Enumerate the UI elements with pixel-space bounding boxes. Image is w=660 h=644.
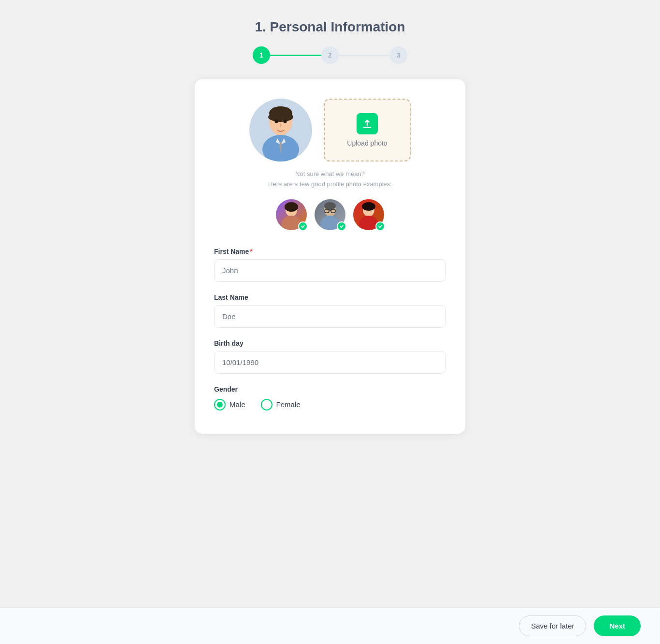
stepper: 1 2 3 <box>253 46 407 64</box>
page-title: 1. Personal Information <box>255 19 405 35</box>
gender-female-option[interactable]: Female <box>261 399 301 410</box>
photo-section: Upload photo <box>214 99 446 161</box>
avatar <box>249 99 312 161</box>
male-radio[interactable] <box>214 399 226 410</box>
last-name-label: Last Name <box>214 293 446 301</box>
gender-options: Male Female <box>214 399 446 410</box>
birthday-group: Birth day <box>214 339 446 374</box>
gender-male-option[interactable]: Male <box>214 399 245 410</box>
check-icon-2 <box>337 221 346 231</box>
upload-label: Upload photo <box>347 139 387 147</box>
svg-point-12 <box>285 202 298 212</box>
female-label: Female <box>276 400 301 409</box>
first-name-group: First Name* <box>214 248 446 282</box>
example-photo-2 <box>315 199 345 230</box>
check-icon-3 <box>375 221 385 231</box>
svg-point-3 <box>268 112 293 122</box>
hint-text: Not sure what we mean? Here are a few go… <box>214 169 446 190</box>
first-name-label: First Name* <box>214 248 446 255</box>
step-line-2-3 <box>339 55 390 56</box>
step-line-1-2 <box>270 55 321 56</box>
male-label: Male <box>230 400 245 409</box>
last-name-group: Last Name <box>214 293 446 328</box>
first-name-input[interactable] <box>214 259 446 282</box>
gender-label: Gender <box>214 385 446 393</box>
check-icon-1 <box>298 221 308 231</box>
example-photo-3 <box>353 199 384 230</box>
next-button[interactable]: Next <box>594 615 641 636</box>
svg-point-9 <box>275 119 278 123</box>
upload-icon <box>357 113 378 134</box>
svg-point-21 <box>362 202 375 211</box>
form-card: Upload photo Not sure what we mean? Here… <box>195 79 465 434</box>
save-for-later-button[interactable]: Save for later <box>519 615 586 636</box>
birthday-label: Birth day <box>214 339 446 347</box>
svg-point-15 <box>324 202 336 210</box>
female-radio[interactable] <box>261 399 273 410</box>
gender-section: Gender Male Female <box>214 385 446 410</box>
svg-point-10 <box>284 119 287 123</box>
birthday-input[interactable] <box>214 351 446 374</box>
upload-photo-button[interactable]: Upload photo <box>324 99 411 161</box>
footer-bar: Save for later Next <box>0 607 660 644</box>
example-photo-1 <box>276 199 307 230</box>
last-name-input[interactable] <box>214 305 446 328</box>
step-2: 2 <box>321 46 339 64</box>
step-3: 3 <box>390 46 407 64</box>
male-radio-dot <box>217 402 223 408</box>
photo-examples <box>214 199 446 230</box>
step-1: 1 <box>253 46 270 64</box>
